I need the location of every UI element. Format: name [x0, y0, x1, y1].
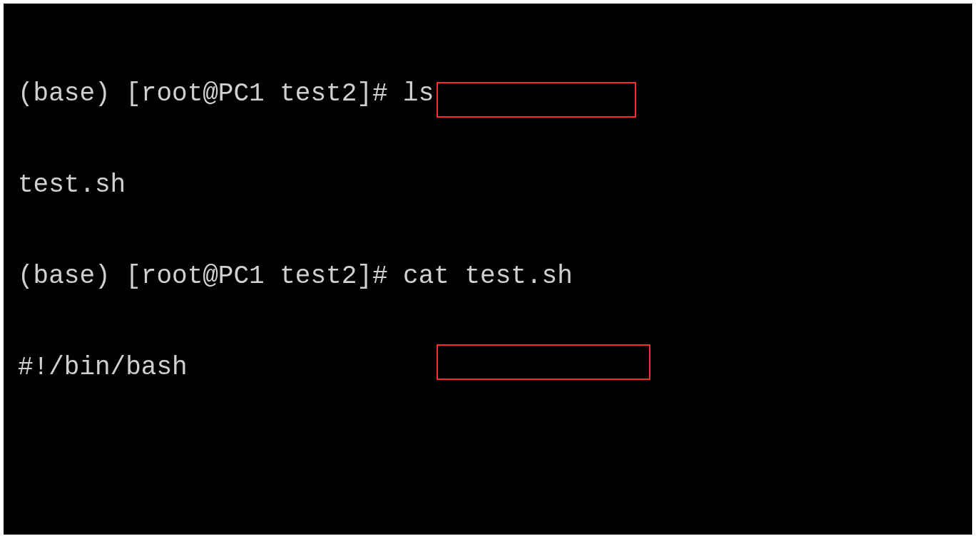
command-text: ls: [403, 79, 434, 108]
terminal-line: [18, 443, 972, 475]
terminal-line: test.sh: [18, 169, 972, 202]
terminal-line: xxxx: [18, 534, 972, 535]
output-text: #!/bin/bash: [18, 353, 188, 382]
prompt-text: (base) [root@PC1 test2]#: [18, 79, 403, 108]
terminal-line: (base) [root@PC1 test2]# cat test.sh: [18, 260, 972, 293]
output-text: test.sh: [18, 170, 126, 200]
terminal-window[interactable]: (base) [root@PC1 test2]# ls test.sh (bas…: [4, 4, 972, 535]
command-text: cat test.sh: [403, 262, 573, 291]
prompt-text: (base) [root@PC1 test2]#: [18, 262, 403, 291]
terminal-line: (base) [root@PC1 test2]# ls: [18, 78, 972, 110]
terminal-line: #!/bin/bash: [18, 351, 972, 384]
